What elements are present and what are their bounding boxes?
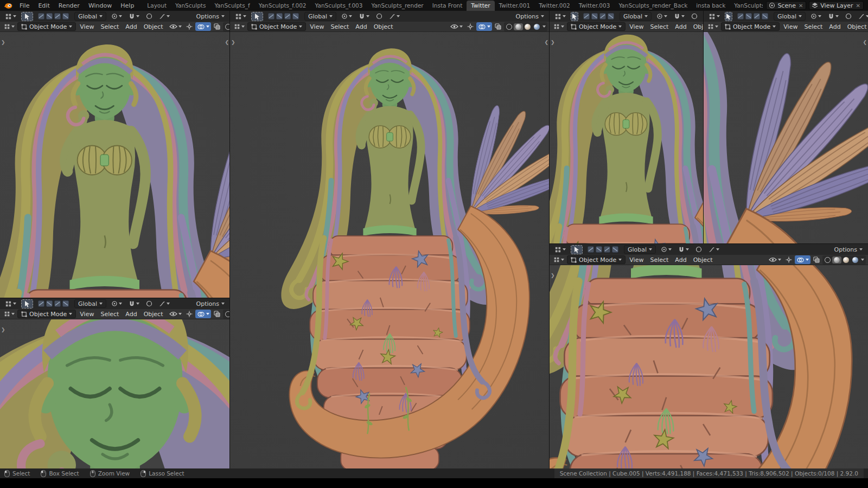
- workspace-tab[interactable]: YanSculpts: [171, 1, 210, 11]
- object-menu[interactable]: Object: [691, 23, 704, 30]
- xray-toggle[interactable]: [212, 310, 222, 318]
- object-visibility-dropdown[interactable]: [168, 310, 183, 318]
- proportional-editing-toggle[interactable]: [694, 245, 704, 254]
- snap-toggle-button[interactable]: [826, 12, 840, 21]
- proportional-editing-toggle[interactable]: [690, 12, 699, 21]
- select-menu[interactable]: Select: [328, 23, 352, 30]
- select-menu[interactable]: Select: [647, 23, 671, 30]
- select-box-tool-button[interactable]: [571, 245, 583, 254]
- proportional-editing-toggle[interactable]: [374, 12, 384, 21]
- workspace-tab[interactable]: Insta Front: [428, 1, 467, 11]
- tool-variant-group[interactable]: [582, 12, 616, 21]
- overlays-toggle[interactable]: [195, 22, 211, 31]
- sidebar-expand-arrow[interactable]: ❮: [863, 40, 867, 45]
- tool-variant-group[interactable]: [586, 245, 621, 254]
- workspace-tab[interactable]: YanSculpts_f: [210, 1, 254, 11]
- gizmos-toggle[interactable]: [184, 22, 194, 31]
- falloff-curve-dropdown[interactable]: [157, 12, 171, 21]
- object-menu[interactable]: Object: [371, 23, 396, 30]
- view-menu[interactable]: View: [307, 23, 327, 30]
- mode-dropdown[interactable]: Object Mode: [247, 22, 306, 31]
- gizmos-toggle[interactable]: [784, 255, 794, 264]
- editor-type-button[interactable]: [552, 255, 566, 264]
- proportional-editing-toggle[interactable]: [144, 299, 154, 308]
- snap-toggle-button[interactable]: [127, 299, 141, 308]
- workspace-tab[interactable]: YanSculpts_f.001: [730, 1, 763, 11]
- add-menu[interactable]: Add: [353, 23, 369, 30]
- falloff-curve-dropdown[interactable]: [857, 12, 868, 21]
- shading-solid-button[interactable]: [514, 23, 523, 30]
- falloff-curve-dropdown[interactable]: [157, 299, 171, 308]
- mode-dropdown[interactable]: Object Mode: [17, 22, 76, 31]
- object-menu[interactable]: Object: [141, 23, 166, 30]
- proportional-editing-toggle[interactable]: [144, 12, 154, 21]
- shading-rendered-button[interactable]: [532, 23, 541, 30]
- view-menu[interactable]: View: [627, 256, 646, 264]
- workspace-tab[interactable]: insta back: [692, 1, 730, 11]
- workspace-tab[interactable]: Twitter.001: [495, 1, 535, 11]
- xray-toggle[interactable]: [212, 22, 222, 31]
- app-menu[interactable]: Help: [116, 0, 138, 11]
- object-menu[interactable]: Object: [845, 23, 868, 30]
- shading-wireframe-button[interactable]: [505, 23, 514, 30]
- 3d-viewport-canvas-upper-body-b[interactable]: ❯: [550, 32, 704, 244]
- shading-wireframe-button[interactable]: [224, 311, 230, 318]
- options-dropdown[interactable]: Options: [194, 299, 227, 308]
- add-menu[interactable]: Add: [826, 23, 843, 30]
- toolbar-expand-arrow[interactable]: ❯: [1, 40, 5, 45]
- workspace-tab[interactable]: YanSculpts_render: [367, 1, 427, 11]
- select-menu[interactable]: Select: [98, 311, 122, 318]
- scene-unlink-icon[interactable]: ✕: [798, 3, 803, 9]
- select-box-tool-button[interactable]: [725, 12, 732, 21]
- workspace-tab[interactable]: YanSculpts_f.002: [254, 1, 311, 11]
- object-visibility-dropdown[interactable]: [449, 22, 464, 31]
- object-menu[interactable]: Object: [141, 311, 166, 318]
- workspace-tab[interactable]: Twitter.002: [534, 1, 575, 11]
- snap-toggle-button[interactable]: [676, 245, 691, 254]
- options-dropdown[interactable]: Options: [832, 245, 865, 254]
- mode-dropdown[interactable]: Object Mode: [567, 22, 626, 31]
- gizmos-toggle[interactable]: [184, 310, 194, 318]
- view-menu[interactable]: View: [77, 311, 97, 318]
- editor-type-button[interactable]: [2, 22, 16, 31]
- editor-type-button[interactable]: [233, 12, 248, 21]
- tool-variant-group[interactable]: [736, 12, 770, 21]
- workspace-tab[interactable]: Twitter: [467, 1, 494, 11]
- xray-toggle[interactable]: [812, 255, 821, 264]
- select-box-tool-button[interactable]: [21, 299, 33, 309]
- shading-material-button[interactable]: [523, 23, 532, 30]
- app-menu[interactable]: Window: [84, 0, 116, 11]
- editor-type-button[interactable]: [707, 12, 722, 21]
- app-menu[interactable]: Edit: [34, 0, 54, 11]
- view-layer-unlink-icon[interactable]: ✕: [856, 3, 861, 9]
- editor-type-button[interactable]: [232, 22, 246, 31]
- 3d-viewport-canvas-face-closeup[interactable]: ❯: [0, 319, 230, 468]
- workspace-tab[interactable]: Layout: [143, 1, 171, 11]
- sidebar-expand-arrow[interactable]: ❮: [544, 40, 548, 45]
- add-menu[interactable]: Add: [123, 311, 139, 318]
- editor-type-button[interactable]: [553, 245, 567, 254]
- shading-wireframe-button[interactable]: [224, 23, 230, 30]
- editor-type-button[interactable]: [552, 22, 566, 31]
- mode-dropdown[interactable]: Object Mode: [17, 310, 76, 318]
- scene-selector[interactable]: Scene ✕: [766, 1, 806, 10]
- transform-orientation-dropdown[interactable]: Global: [304, 12, 336, 21]
- transform-orientation-dropdown[interactable]: Global: [624, 245, 656, 254]
- select-box-tool-button[interactable]: [21, 12, 33, 21]
- 3d-viewport-canvas-tail-fin[interactable]: ❮: [704, 32, 868, 244]
- pivot-point-dropdown[interactable]: [110, 299, 124, 308]
- toolbar-expand-arrow[interactable]: ❯: [231, 40, 235, 45]
- transform-orientation-dropdown[interactable]: Global: [74, 12, 106, 21]
- snap-toggle-button[interactable]: [127, 12, 141, 21]
- select-menu[interactable]: Select: [98, 23, 122, 30]
- overlays-toggle[interactable]: [195, 310, 211, 318]
- pivot-point-dropdown[interactable]: [809, 12, 823, 21]
- select-menu[interactable]: Select: [647, 256, 671, 264]
- sidebar-expand-arrow[interactable]: ❮: [225, 40, 229, 45]
- 3d-viewport-canvas-rock-closeup[interactable]: ❯: [550, 265, 868, 468]
- mode-dropdown[interactable]: Object Mode: [721, 22, 780, 31]
- shading-solid-button[interactable]: [832, 256, 841, 264]
- toolbar-expand-arrow[interactable]: ❯: [551, 273, 555, 278]
- editor-type-button[interactable]: [3, 12, 18, 21]
- 3d-viewport-canvas-full-figure[interactable]: ❯ ❮: [230, 32, 550, 468]
